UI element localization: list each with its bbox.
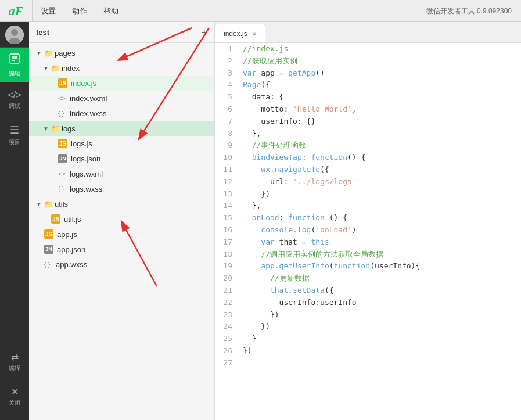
filename-index-js: index.js xyxy=(71,79,210,88)
expand-arrow: ▼ xyxy=(43,65,51,71)
line-code: var that = this xyxy=(238,236,521,249)
line-code: }) xyxy=(238,345,521,357)
line-number: 27 xyxy=(215,357,238,369)
filename-app-json: app.json xyxy=(57,245,210,254)
line-code: }) xyxy=(238,188,521,200)
js-file-icon: JS xyxy=(58,139,69,148)
filename-logs-folder: logs xyxy=(62,124,210,133)
code-table: 1//index.js2//获取应用实例3var app = getApp()4… xyxy=(215,43,521,369)
tree-item-index-folder[interactable]: ▼ 📁 index xyxy=(29,60,214,76)
tree-item-utils-folder[interactable]: ▼ 📁 utils xyxy=(29,196,214,211)
line-number: 23 xyxy=(215,309,238,321)
main-area: 编辑 </> 调试 ☰ 项目 ⇄ 编译 ✕ 关闭 test + xyxy=(0,22,521,420)
line-code: userInfo: {} xyxy=(238,116,521,128)
line-number: 18 xyxy=(215,249,238,261)
line-number: 10 xyxy=(215,152,238,164)
js-file-icon: JS xyxy=(51,214,62,224)
line-number: 25 xyxy=(215,333,238,345)
expand-arrow: ▼ xyxy=(43,125,51,132)
tree-item-app-wxss[interactable]: { } app.wxss xyxy=(29,257,214,272)
editor-content: 1//index.js2//获取应用实例3var app = getApp()4… xyxy=(215,43,521,420)
sidebar-edit[interactable]: 编辑 xyxy=(0,48,29,82)
project-icon: ☰ xyxy=(10,124,19,137)
folder-icon: 📁 xyxy=(44,200,55,209)
menu-bar-left: aF 设置 动作 帮助 xyxy=(0,0,127,22)
project-title: test xyxy=(36,28,49,37)
file-tree-header: test + xyxy=(29,22,214,43)
line-code: wx.navigateTo({ xyxy=(238,164,521,176)
sidebar-debug[interactable]: </> 调试 xyxy=(0,82,29,117)
app-logo: aF xyxy=(0,0,33,22)
app-title: 微信开发者工具 0.9.092300 xyxy=(426,6,512,16)
edit-icon xyxy=(8,52,21,68)
tree-item-logs-wxml[interactable]: <> logs.wxml xyxy=(29,166,214,181)
tree-item-index-js[interactable]: JS index.js xyxy=(29,76,214,91)
svg-point-1 xyxy=(11,29,18,36)
line-code: //index.js xyxy=(238,43,521,55)
line-number: 7 xyxy=(215,116,238,128)
tree-item-index-wxss[interactable]: { } index.wxss xyxy=(29,106,214,121)
menu-settings[interactable]: 设置 xyxy=(33,0,64,22)
line-number: 6 xyxy=(215,103,238,116)
tab-close-button[interactable]: × xyxy=(252,29,257,38)
sidebar-close[interactable]: ✕ 关闭 xyxy=(0,379,29,414)
project-label: 项目 xyxy=(9,138,20,146)
line-code: } xyxy=(238,333,521,345)
debug-icon: </> xyxy=(8,90,21,100)
filename-logs-json: logs.json xyxy=(71,155,210,163)
line-code: //事件处理函数 xyxy=(238,139,521,152)
tree-item-logs-json[interactable]: JN logs.json xyxy=(29,151,214,166)
filename-index-folder: index xyxy=(62,64,210,73)
file-tree-content: ▼ 📁 pages ▼ 📁 index JS index.js xyxy=(29,43,214,420)
line-code: }, xyxy=(238,128,521,140)
line-number: 15 xyxy=(215,212,238,224)
line-number: 20 xyxy=(215,272,238,285)
tree-item-app-js[interactable]: JS app.js xyxy=(29,227,214,242)
tree-item-logs-js[interactable]: JS logs.js xyxy=(29,136,214,151)
menu-actions[interactable]: 动作 xyxy=(64,0,95,22)
filename-pages: pages xyxy=(55,49,210,58)
line-code: that.setData({ xyxy=(238,285,521,297)
add-file-button[interactable]: + xyxy=(201,27,207,38)
sidebar-compile[interactable]: ⇄ 编译 xyxy=(0,344,29,379)
editor-panel: index.js × 1//index.js2//获取应用实例3var app … xyxy=(215,22,521,420)
line-number: 1 xyxy=(215,43,238,55)
tree-item-util-js[interactable]: JS util.js xyxy=(29,211,214,227)
editor-tabs: index.js × xyxy=(215,22,521,43)
wxss-icon: { } xyxy=(58,110,69,117)
expand-arrow: ▼ xyxy=(36,50,44,56)
line-number: 21 xyxy=(215,285,238,297)
folder-icon: 📁 xyxy=(51,124,62,133)
debug-label: 调试 xyxy=(9,102,20,110)
sidebar-avatar[interactable] xyxy=(0,22,29,48)
line-code: bindViewTap: function() { xyxy=(238,152,521,164)
menu-bar: aF 设置 动作 帮助 微信开发者工具 0.9.092300 xyxy=(0,0,521,22)
line-code: console.log('onLoad') xyxy=(238,224,521,236)
tree-item-logs-wxss[interactable]: { } logs.wxss xyxy=(29,181,214,196)
line-code: }, xyxy=(238,200,521,212)
filename-app-wxss: app.wxss xyxy=(56,260,210,269)
tree-item-app-json[interactable]: JN app.json xyxy=(29,242,214,257)
line-number: 4 xyxy=(215,79,238,91)
menu-help[interactable]: 帮助 xyxy=(95,0,127,22)
tree-item-pages[interactable]: ▼ 📁 pages xyxy=(29,45,214,60)
line-number: 16 xyxy=(215,224,238,236)
line-number: 11 xyxy=(215,164,238,176)
line-number: 8 xyxy=(215,128,238,140)
sidebar-project[interactable]: ☰ 项目 xyxy=(0,117,29,152)
tree-item-index-wxml[interactable]: <> index.wxml xyxy=(29,91,214,106)
filename-util-js: util.js xyxy=(64,215,210,224)
line-code: data: { xyxy=(238,91,521,103)
file-tree-panel: test + ▼ 📁 pages ▼ 📁 index xyxy=(29,22,215,420)
filename-index-wxss: index.wxss xyxy=(70,109,210,118)
wxml-icon: <> xyxy=(58,95,69,102)
wxss-icon: { } xyxy=(58,185,69,192)
filename-logs-js: logs.js xyxy=(71,139,210,148)
line-code: //调用应用实例的方法获取全局数据 xyxy=(238,249,521,261)
line-code: onLoad: function () { xyxy=(238,212,521,224)
line-code: Page({ xyxy=(238,79,521,91)
tree-item-logs-folder[interactable]: ▼ 📁 logs xyxy=(29,121,214,136)
filename-index-wxml: index.wxml xyxy=(70,94,210,103)
line-code xyxy=(238,357,521,369)
editor-tab-index-js[interactable]: index.js × xyxy=(215,24,265,42)
